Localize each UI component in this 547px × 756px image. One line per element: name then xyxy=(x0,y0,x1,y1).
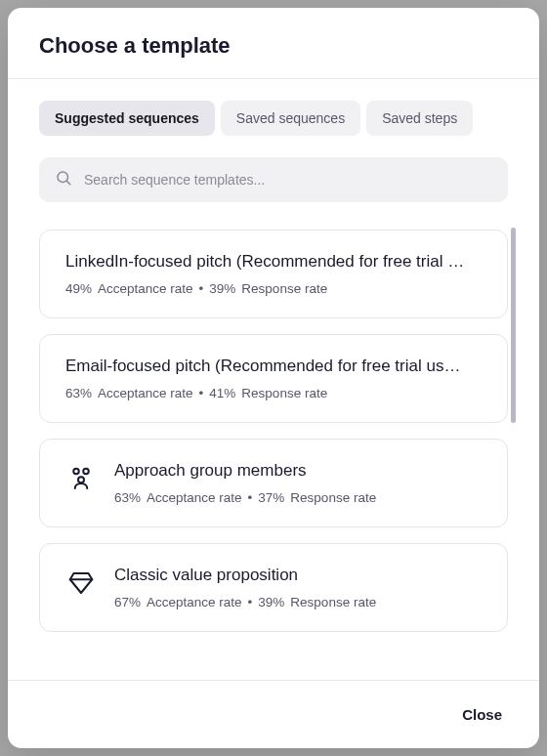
template-card[interactable]: Approach group members 63% Acceptance ra… xyxy=(39,439,508,527)
template-card[interactable]: Classic value proposition 67% Acceptance… xyxy=(39,543,508,632)
response-pct: 39% xyxy=(209,281,235,296)
group-icon xyxy=(65,463,97,494)
modal-title: Choose a template xyxy=(39,33,508,59)
template-title: Email-focused pitch (Recommended for fre… xyxy=(65,357,482,376)
tabs: Suggested sequences Saved sequences Save… xyxy=(39,101,508,136)
acceptance-label: Acceptance rate xyxy=(147,490,242,505)
search-field[interactable] xyxy=(39,157,508,202)
svg-line-1 xyxy=(66,181,69,184)
acceptance-pct: 49% xyxy=(65,281,92,296)
template-main: Approach group members 63% Acceptance ra… xyxy=(114,461,482,505)
scrollbar-thumb[interactable] xyxy=(511,228,516,423)
response-label: Response rate xyxy=(241,386,327,400)
separator-dot: • xyxy=(248,490,253,505)
svg-point-2 xyxy=(73,469,79,475)
separator-dot: • xyxy=(199,386,204,400)
acceptance-pct: 63% xyxy=(65,386,92,400)
acceptance-pct: 67% xyxy=(114,595,141,609)
acceptance-label: Acceptance rate xyxy=(98,281,193,296)
template-title: Approach group members xyxy=(114,461,482,481)
acceptance-label: Acceptance rate xyxy=(98,386,193,400)
template-stats: 49% Acceptance rate • 39% Response rate xyxy=(65,281,482,296)
tab-saved-steps[interactable]: Saved steps xyxy=(366,101,473,136)
modal-backdrop: Choose a template Suggested sequences Sa… xyxy=(0,0,547,756)
svg-point-3 xyxy=(83,469,89,475)
template-list[interactable]: LinkedIn-focused pitch (Recommended for … xyxy=(39,230,508,632)
search-icon xyxy=(55,169,72,190)
acceptance-pct: 63% xyxy=(114,490,141,505)
response-label: Response rate xyxy=(241,281,327,296)
response-label: Response rate xyxy=(290,595,376,609)
template-title: Classic value proposition xyxy=(114,566,482,585)
template-title: LinkedIn-focused pitch (Recommended for … xyxy=(65,252,482,272)
choose-template-modal: Choose a template Suggested sequences Sa… xyxy=(8,8,539,748)
template-card[interactable]: LinkedIn-focused pitch (Recommended for … xyxy=(39,230,508,318)
svg-point-4 xyxy=(78,477,84,483)
response-pct: 41% xyxy=(209,386,235,400)
acceptance-label: Acceptance rate xyxy=(147,595,242,609)
separator-dot: • xyxy=(199,281,204,296)
svg-point-0 xyxy=(58,172,68,183)
separator-dot: • xyxy=(248,595,253,609)
template-main: Email-focused pitch (Recommended for fre… xyxy=(65,357,482,400)
modal-header: Choose a template xyxy=(8,8,539,79)
response-label: Response rate xyxy=(290,490,376,505)
template-main: LinkedIn-focused pitch (Recommended for … xyxy=(65,252,482,296)
modal-footer: Close xyxy=(8,680,539,748)
template-stats: 63% Acceptance rate • 41% Response rate xyxy=(65,386,482,400)
template-main: Classic value proposition 67% Acceptance… xyxy=(114,566,482,609)
tab-saved-sequences[interactable]: Saved sequences xyxy=(221,101,360,136)
template-stats: 67% Acceptance rate • 39% Response rate xyxy=(114,595,482,609)
template-card[interactable]: Email-focused pitch (Recommended for fre… xyxy=(39,334,508,423)
response-pct: 39% xyxy=(258,595,284,609)
diamond-icon xyxy=(65,567,97,599)
modal-body: Suggested sequences Saved sequences Save… xyxy=(8,79,539,680)
search-input[interactable] xyxy=(84,172,492,188)
template-stats: 63% Acceptance rate • 37% Response rate xyxy=(114,490,482,505)
response-pct: 37% xyxy=(258,490,284,505)
tab-suggested-sequences[interactable]: Suggested sequences xyxy=(39,101,215,136)
close-button[interactable]: Close xyxy=(456,698,508,731)
